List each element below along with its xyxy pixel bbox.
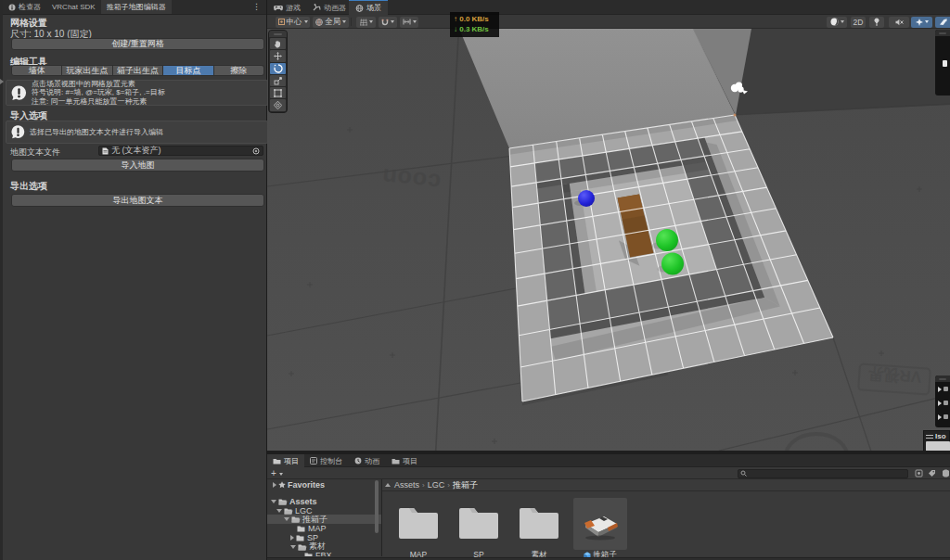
prefab-item-sokoban[interactable]: 推箱子 [573,498,627,550]
project-body: Favorites Assets LGC [267,479,950,556]
overlay-drag-handle[interactable] [935,30,950,36]
tab-inspector[interactable]: 检查器 [3,0,46,14]
tree-item-favorites[interactable]: Favorites [267,480,381,490]
overlay-icon[interactable] [943,60,947,67]
tool-wall-button[interactable]: 墙体 [11,65,62,76]
target-point-sphere-1[interactable] [656,229,678,251]
effects-dropdown[interactable] [911,17,932,28]
tree-item-fbx[interactable]: FBX [267,551,381,556]
view-hand-tool[interactable] [270,38,286,49]
shading-mode-dropdown[interactable] [827,17,847,28]
tab-project-2[interactable]: 项目 [386,454,423,467]
grid-visibility-dropdown[interactable] [356,17,376,28]
breadcrumb-collapse-icon[interactable] [385,483,391,487]
tab-animation[interactable]: 动画 [349,454,385,467]
search-input[interactable] [749,469,905,477]
tab-scene[interactable]: 场景 [349,0,388,15]
pivot-mode-dropdown[interactable]: 中心 [276,17,310,28]
hidden-search-icon[interactable] [941,469,950,477]
globe-icon [315,19,323,26]
collapse-arrow-icon[interactable] [290,545,296,549]
overlay-row[interactable] [935,396,950,410]
breadcrumb-assets[interactable]: Assets [394,480,419,490]
collapse-arrow-icon[interactable] [276,509,282,513]
search-by-type-icon[interactable] [914,469,924,477]
unity-editor-window: { "inspector": { "tabs": [ {"label": "检查… [0,0,950,560]
pivot-icon [278,19,285,25]
project-tree: Favorites Assets LGC [267,479,381,556]
tree-item-sokoban[interactable]: 推箱子 [267,515,381,524]
tree-item-assets[interactable]: Assets [267,497,381,506]
tab-inspector-label: 检查器 [19,2,41,12]
folder-item-sp[interactable]: SP [452,498,506,550]
import-map-button[interactable]: 导入地图 [11,159,264,172]
tools-drag-handle[interactable] [269,31,287,37]
rotation-mode-dropdown[interactable]: 全局 [313,17,349,28]
create-reset-grid-button[interactable]: 创建/重置网格 [11,38,264,50]
project-search-field[interactable] [738,469,908,478]
map-text-file-field[interactable]: 无 (文本资产) [98,146,263,156]
tree-item-sucai[interactable]: 素材 [267,542,381,552]
tree-scrollbar[interactable] [375,480,379,533]
target-point-sphere-2[interactable] [661,253,684,275]
2d-mode-button[interactable]: 2D [851,17,866,28]
prefab-thumbnail [580,513,621,541]
move-tool[interactable] [270,50,286,61]
tab-map-editor[interactable]: 推箱子地图编辑器 [101,0,172,14]
audio-toggle-button[interactable] [889,17,909,28]
folder-item-sucai[interactable]: 素材 [512,498,566,550]
transform-tool[interactable] [270,99,286,110]
expand-arrow-icon[interactable] [273,482,276,488]
gizmos-button[interactable] [935,17,950,28]
tab-animator[interactable]: 动画器 [306,0,353,15]
increment-snap-dropdown[interactable] [400,17,418,28]
tab-console[interactable]: 控制台 [304,454,348,467]
tab-animator-label: 动画器 [324,3,346,13]
folder-icon [397,505,440,541]
overlay-drag-handle[interactable] [935,375,950,382]
search-by-label-icon[interactable] [927,469,937,477]
rect-tool[interactable] [270,87,286,98]
tool-erase-button[interactable]: 擦除 [214,65,264,76]
expand-arrow-icon[interactable] [290,535,294,541]
breadcrumb-current[interactable]: 推箱子 [453,479,478,491]
corner-handle-dot [734,114,737,117]
map-text-file-value: 无 (文本资产) [111,145,250,157]
tab-game[interactable]: 游戏 [267,0,307,15]
object-picker-icon[interactable] [252,147,260,155]
scene-viewport[interactable]: coon VR视界 [267,29,950,451]
tree-item-map[interactable]: MAP [267,524,381,533]
scene-tabbar: 游戏 动画器 场景 [267,0,950,15]
collapse-arrow-icon[interactable] [284,517,289,521]
shaded-sphere-icon [830,18,839,26]
snap-toggle-dropdown[interactable] [379,17,397,28]
star-icon [278,481,286,489]
tab-vrchat-sdk[interactable]: VRChat SDK [46,0,101,14]
overlay-row[interactable] [935,382,950,396]
folder-icon [296,534,305,541]
chevron-down-icon [841,20,844,23]
player-spawn-sphere[interactable] [578,190,595,207]
search-icon [740,470,747,477]
overlay-panel-bottom-right[interactable] [935,375,950,427]
toolbar-separator [351,18,352,26]
create-asset-button[interactable]: + [271,468,276,478]
magnet-icon [381,19,389,26]
rotate-tool[interactable] [270,63,286,74]
overlay-panel-top-right[interactable] [935,30,950,95]
tool-box-spawn-button[interactable]: 箱子出生点 [113,65,163,76]
kebab-menu-icon[interactable]: ⋮ [252,2,261,11]
overlay-row[interactable] [935,410,950,424]
folder-item-map[interactable]: MAP [392,498,445,550]
tool-player-spawn-button[interactable]: 玩家出生点 [62,65,112,76]
collapse-arrow-icon[interactable] [271,500,276,503]
export-map-text-button[interactable]: 导出地图文本 [11,194,264,207]
tab-project[interactable]: 项目 [267,454,304,467]
lighting-toggle-button[interactable] [869,17,884,28]
tool-target-point-button[interactable]: 目标点 [163,65,213,76]
folder-open-icon [284,507,293,515]
info-circle-icon [8,4,16,11]
breadcrumb-lgc[interactable]: LGC [428,480,445,490]
scale-tool[interactable] [270,75,286,86]
gamepad-icon [274,5,283,11]
